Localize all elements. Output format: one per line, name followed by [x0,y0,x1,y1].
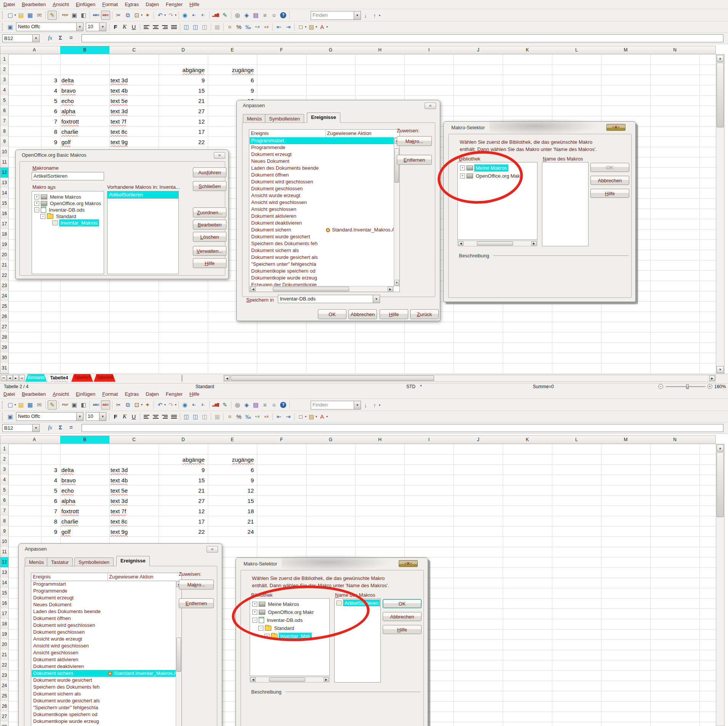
sort-descending-icon[interactable]: Z↓ [199,401,207,409]
align-right-icon[interactable] [160,23,169,31]
column-header-M[interactable]: M [601,46,651,54]
macro-selector-dialog[interactable]: Makro-Selektor–✕–Wählen Sie zuerst die B… [236,557,428,726]
export-pdf-icon[interactable]: PDF [61,11,69,19]
event-row[interactable]: Ansicht wird geschlossen [32,642,176,649]
align-justify-icon[interactable] [170,23,178,31]
cell-B3[interactable]: delta [60,465,109,475]
event-row[interactable]: Dokument deaktivieren [250,220,394,226]
row-header-15[interactable]: 15 [0,198,9,209]
event-row[interactable]: Laden des Dokuments beende [32,608,176,615]
decrease-indent-icon[interactable]: ⇤ [275,413,283,421]
event-row[interactable]: Dokument geschlossen [250,185,394,192]
button-ok[interactable]: OK [318,309,346,319]
event-row[interactable]: Programmstart [32,581,176,588]
event-row[interactable]: Dokument sichernStandard.Inventar_Makros… [250,226,394,233]
scroll-up-icon[interactable]: ▲ [717,55,724,62]
redo-icon[interactable]: ↷ [167,11,175,19]
event-row[interactable]: Neues Dokument [250,158,394,165]
row-header-15[interactable]: 15 [0,588,9,599]
event-row[interactable]: Ansicht geschlossen [250,206,394,213]
row-header-20[interactable]: 20 [0,250,9,260]
align-center-icon[interactable] [151,413,160,421]
column-header-D[interactable]: D [159,435,208,444]
row-header-28[interactable]: 28 [0,722,9,726]
help-icon[interactable]: ? [279,401,287,409]
column-header-H[interactable]: H [355,46,405,54]
data-sources-icon[interactable]: ≡ [261,401,269,409]
formula-input[interactable] [82,34,723,42]
cell-D8[interactable]: 17 [159,127,207,137]
copy-icon[interactable]: ⧉ [123,401,132,409]
event-row[interactable]: Dokument sichern als [250,247,394,254]
column-header-E[interactable]: E [208,46,257,54]
paste-icon[interactable]: ⊡ [133,11,141,19]
scrollbar-thumb[interactable] [477,241,513,246]
dropdown-arrow-icon[interactable]: ▾ [326,25,328,29]
format-standard-icon[interactable]: ‰ [244,413,252,421]
event-row[interactable]: Dokument aktivieren [250,213,394,220]
column-header-A[interactable]: A [8,435,61,444]
cancel-button[interactable]: Abbrechen [383,612,422,621]
borders-icon[interactable]: □ [297,23,305,31]
macro-name-list[interactable] [542,162,588,246]
cell-D7[interactable]: 12 [159,506,207,516]
tree-expander-icon[interactable]: + [460,173,465,178]
cell-B5[interactable]: echo [60,485,109,495]
merge-center-icon[interactable]: ◫ [191,23,200,31]
font-name-combo[interactable]: Netto Offc▼ [16,412,83,421]
column-header-K[interactable]: K [503,46,552,54]
row-header-5[interactable]: 5 [0,485,9,496]
event-row[interactable]: Ansicht geschlossen [32,649,176,656]
background-color-icon[interactable]: ▨ [307,413,316,421]
macro-from-tree[interactable]: +Meine Makros+OpenOffice.org Makros−Inve… [32,191,104,274]
row-header-25[interactable]: 25 [0,301,9,312]
column-header-I[interactable]: I [404,435,454,444]
tree-item[interactable]: Inventar_Makros [47,219,99,226]
scroll-right-icon[interactable]: ▶ [324,678,329,682]
sort-ascending-icon[interactable]: A↓ [190,11,198,19]
cell-E7[interactable]: 18 [208,506,257,516]
italic-icon[interactable]: K [120,413,129,421]
split-cells-icon[interactable]: ◫ [200,23,209,31]
list-horizontal-scrollbar[interactable]: ◀▶ [250,677,330,683]
open-file-icon[interactable]: ▤ [17,401,25,409]
format-currency-icon[interactable]: ¤ [226,23,234,31]
find-overflow-icon[interactable]: ▾ [379,14,380,17]
align-justify-icon[interactable] [170,413,178,421]
cancel-button[interactable]: Abbrechen [590,176,629,185]
menu-fenster[interactable]: Fenster [162,0,186,8]
row-header-8[interactable]: 8 [0,126,9,137]
increase-indent-icon[interactable]: ⇥ [284,23,292,31]
insert-chart-icon[interactable]: ▂▆█ [212,11,220,19]
row-header-2[interactable]: 2 [0,64,9,75]
cell-C5[interactable]: text 5e [109,485,158,495]
row-header-11[interactable]: 11 [0,157,9,168]
hyperlink-icon[interactable]: ◉ [181,401,189,409]
scroll-left-icon[interactable]: ◀ [250,678,256,682]
menu-format[interactable]: Format [99,390,121,398]
scroll-right-icon[interactable]: ▶ [709,376,715,381]
format-paintbrush-icon[interactable]: ✦ [143,401,152,409]
row-header-11[interactable]: 11 [0,547,9,557]
sheet-horizontal-scrollbar[interactable]: ◀▶ [223,375,716,382]
remove-button[interactable]: Entfernen [179,598,214,608]
cell-C3[interactable]: text 3d [109,465,158,475]
dropdown-arrow-icon[interactable]: ▾ [305,25,306,29]
event-row[interactable]: Dokument wurde gesichert als [250,254,394,261]
row-header-10[interactable]: 10 [0,536,9,547]
cell-D4[interactable]: 15 [159,475,207,485]
spellcheck-icon[interactable]: ABC [92,401,100,409]
tree-item[interactable]: +OpenOffice.org Makr [252,608,315,616]
event-row[interactable]: Programmende [32,588,176,594]
cell-C8[interactable]: text 8c [109,516,158,526]
tree-expander-icon[interactable]: − [252,618,257,623]
formula-input[interactable] [82,424,723,432]
save-icon[interactable]: ▦ [26,401,34,409]
customize-dialog[interactable]: Anpassen✕MenüsTastaturSymbolleistenEreig… [18,543,222,726]
cell-E4[interactable]: 9 [208,85,257,95]
dropdown-arrow-icon[interactable]: ▾ [14,403,16,406]
new-document-icon[interactable]: ▢ [6,11,14,19]
copy-icon[interactable]: ⧉ [123,11,132,19]
row-header-5[interactable]: 5 [0,95,9,106]
cell-C4[interactable]: text 4b [109,475,158,485]
